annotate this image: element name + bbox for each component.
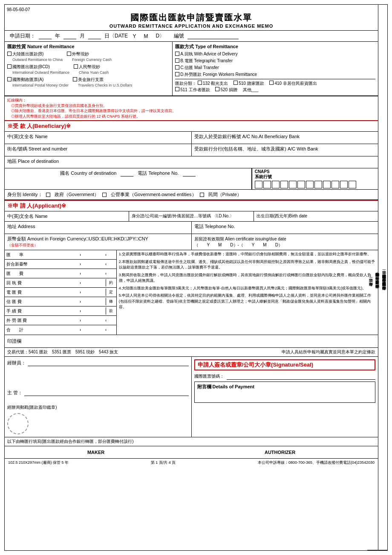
- year-field[interactable]: [39, 33, 52, 39]
- checkbox-type-C[interactable]: [175, 65, 179, 69]
- cnaps-boxes: [255, 181, 375, 188]
- ben-bank-field[interactable]: 受款銀行分行(包括名稱、地址、城市及國家) A/C With Bank: [192, 144, 378, 156]
- amount-label: 原幣金額 Amount in Foreign Currency□USD□EUR□…: [7, 236, 148, 241]
- checkbox-public[interactable]: [102, 193, 107, 197]
- checkbox-type-A[interactable]: [175, 52, 179, 56]
- ben-name-label: 中(英)文全名 Name: [7, 134, 48, 139]
- beneficiary-header: ※受 款 人(Beneficiary)※: [5, 120, 378, 132]
- app-birth-label: 出生日期(西元年)Birth date: [257, 214, 307, 218]
- ben-place-label: 地區 Place of destination: [7, 159, 59, 164]
- cnaps-box-7[interactable]: [306, 181, 314, 188]
- month-char: 月: [80, 32, 85, 40]
- fee-row-mail: 信 匯 費 條: [5, 297, 116, 306]
- checkbox-travelers[interactable]: [73, 77, 77, 81]
- ben-account-label: 受款人於受款銀行帳號 A/C No.At Beneficiary Bank: [194, 134, 300, 139]
- nature-item-BCD[interactable]: 國際匯出匯款(BCD)International Outward Remitta…: [7, 64, 69, 75]
- cnaps-box-6[interactable]: [297, 181, 305, 188]
- checkbox-type-B[interactable]: [175, 58, 179, 63]
- number-field[interactable]: [187, 33, 239, 39]
- app-birth-field[interactable]: 出生日期(西元年)Birth date: [254, 211, 378, 221]
- cnaps-box-12[interactable]: [349, 181, 356, 188]
- type-item-D[interactable]: D.外勞匯款 Foreign Workers Remittance: [175, 72, 371, 78]
- nature-item-cash[interactable]: 外幣現鈔Foreign Currency Cash: [67, 51, 112, 62]
- app-name-label: 中(英)文全名 Name: [7, 214, 48, 219]
- nature-item-travelers[interactable]: 美金旅行支票Travelers Checks in U.S.Dollars: [73, 77, 132, 88]
- details-title: 附言欄 Details of Payment: [197, 384, 373, 390]
- amount-field[interactable]: 原幣金額 Amount in Foreign Currency□USD□EUR□…: [5, 234, 192, 250]
- type-item-A[interactable]: A.回執 With Advice of Delivery: [175, 51, 371, 57]
- checkbox-A[interactable]: [7, 77, 12, 81]
- country-input[interactable]: [121, 171, 133, 176]
- day-field[interactable]: [88, 33, 101, 39]
- ben-place-field[interactable]: 地區 Place of destination: [5, 156, 378, 168]
- cnaps-box-8[interactable]: [314, 181, 322, 188]
- alien-cert-field[interactable]: 居留證有效期限 Alien certificate issuing/due da…: [192, 234, 378, 250]
- cnaps-box-10[interactable]: [331, 181, 339, 188]
- fee-row-ntd: 折合新臺幣: [5, 260, 116, 269]
- identity-row: 身分別 Identity： 政府（Government） 公營事業（Govern…: [5, 190, 378, 200]
- cnaps-box-2[interactable]: [263, 181, 271, 188]
- stamp-circle: [7, 413, 29, 434]
- red-notice: 紅線欄內： ◎買賣外幣現鈔或美金旅行支票僅須填寫國名及身分別。 ◎除大陸匯款、香…: [5, 96, 378, 120]
- type-item-B[interactable]: B.電匯 Telegraphic Transfer: [175, 58, 371, 64]
- ben-name-field[interactable]: 中(英)文全名 Name: [5, 132, 192, 144]
- type-item-C[interactable]: C.信匯 Mail Transfer: [175, 65, 371, 71]
- app-phone-field[interactable]: 電話 Telephone No.: [192, 222, 378, 234]
- maker-label: MAKER: [87, 450, 104, 455]
- footer: 102.5 210X297mm (廠商) 保管 5 年 第 1 頁/共 4 頁 …: [5, 459, 378, 467]
- fee-row-remit: 匯 費: [5, 269, 116, 278]
- app-name-field[interactable]: 中(英)文全名 Name: [5, 211, 129, 221]
- stamp-section: 印證欄: [5, 335, 378, 348]
- app-id-label: 身分證/公司統一編號/外僑居留證…等號碼 〈I.D.No.〉: [132, 214, 233, 218]
- cnaps-box-3[interactable]: [272, 181, 280, 188]
- app-address-field[interactable]: 地址 Address: [5, 222, 192, 234]
- checkbox-gov[interactable]: [46, 193, 50, 197]
- manager-label: 經辦員：: [7, 360, 26, 366]
- amount-red: （金額不得塗改）: [7, 243, 38, 247]
- manager-line: 經辦員：: [7, 359, 189, 366]
- transfer-row: 以下由轉匯行填寫(匯出匯款經由合作銀行轉匯，部分匯費轉付該行): [5, 437, 378, 446]
- alien-cert-label: 居留證有效期限 Alien certificate issuing/due da…: [194, 237, 286, 241]
- cnaps-box-11[interactable]: [340, 181, 348, 188]
- authorizer-label: AUTHORIZER: [265, 450, 295, 455]
- checkbox-private[interactable]: [200, 193, 204, 197]
- checkbox-BCD[interactable]: [7, 64, 12, 69]
- cnaps-box-4[interactable]: [280, 181, 288, 188]
- fee-row-cable: 電 匯 費 定: [5, 288, 116, 297]
- fee-row-worker: 外 勞 匯 費: [5, 316, 116, 325]
- cnaps-box-9[interactable]: [323, 181, 331, 188]
- checkbox-cash[interactable]: [67, 52, 71, 56]
- ben-phone-label: 電話 Telephone No.: [138, 170, 179, 176]
- footer-mid: 第 1 頁/共 4 頁: [151, 460, 176, 465]
- ben-bank-label: 受款銀行分行(包括名稱、地址、城市及國家) A/C With Bank: [194, 146, 318, 151]
- stamp-label: 印證欄: [7, 338, 21, 344]
- transaction-codes: 交易代號：5401 匯款 5351 匯票 5951 現鈔 5443 旅支: [7, 349, 118, 355]
- invoice-label: 國際匯票號碼：: [194, 373, 224, 379]
- checkbox-type-D[interactable]: [175, 72, 179, 76]
- fee-row-handling: 手 續 費 款: [5, 306, 116, 316]
- ben-country-label: 國名 Country of destination: [60, 170, 116, 176]
- checkbox-yuan[interactable]: [74, 64, 78, 69]
- number-label: 編號: [174, 32, 184, 40]
- nature-item-A[interactable]: 國際郵政匯票(A)International Postal Money Orde…: [7, 77, 69, 88]
- identity-label: 身分別 Identity：: [7, 191, 43, 198]
- nature-item-B[interactable]: 大陸匯出匯款(B)Outward Remittance to China: [7, 51, 63, 62]
- app-id-field[interactable]: 身分證/公司統一編號/外僑居留證…等號碼 〈I.D.No.〉: [129, 211, 254, 221]
- phone-input[interactable]: [183, 171, 196, 176]
- ben-street-field[interactable]: 街名/號碼 Street and number: [5, 144, 192, 156]
- sidebar-s1: 第一聯：寄客銀行留底辦理大陸或國際匯出匯款者，本聯寄合作銀行：辦理國際郵政匯票者…: [380, 5, 387, 550]
- right-sidebar: 第一聯：寄客銀行留底辦理大陸或國際匯出匯款者，本聯寄合作銀行：辦理國際郵政匯票者…: [378, 4, 388, 551]
- supervisor-input[interactable]: [24, 389, 188, 396]
- applicant-header: ※申 請 人(Applicant)※: [5, 200, 378, 211]
- sig-right-panel: 申請人簽名或蓋章/公司大小章(Signature/Seal) 國際匯票號碼： 附…: [192, 357, 378, 437]
- y-char: Y: [133, 33, 136, 39]
- cnaps-box-5[interactable]: [289, 181, 297, 188]
- month-field[interactable]: [63, 33, 76, 39]
- invoice-input[interactable]: [227, 373, 376, 380]
- ben-street-label: 街名/號碼 Street and number: [7, 146, 67, 151]
- ben-account-field[interactable]: 受款人於受款銀行帳號 A/C No.At Beneficiary Bank: [192, 132, 378, 144]
- manager-input[interactable]: [28, 359, 189, 366]
- cnaps-box-1[interactable]: [255, 181, 262, 188]
- nature-item-yuan[interactable]: 人民幣現鈔China Yuan Cash: [74, 64, 109, 75]
- checkbox-B[interactable]: [7, 52, 12, 56]
